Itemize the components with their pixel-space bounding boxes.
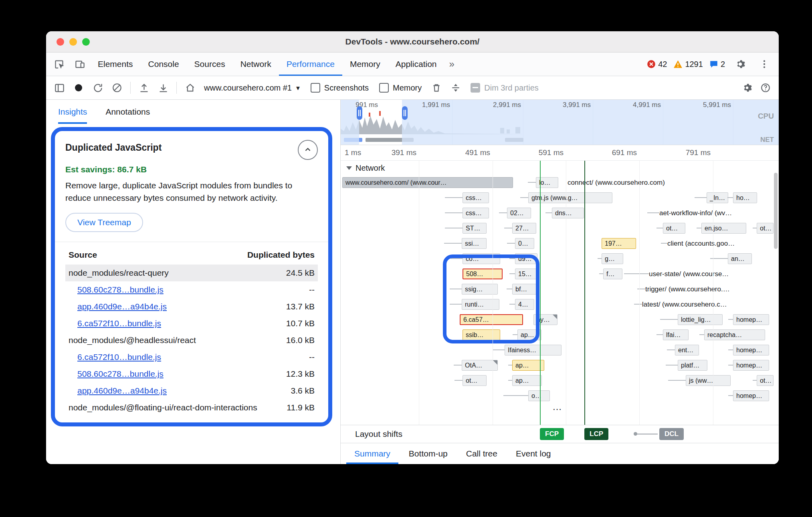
network-request-508[interactable]: 508…	[463, 269, 503, 279]
history-select[interactable]: www.coursehero.com #1 ▼	[200, 83, 305, 93]
more-tabs-button[interactable]: »	[444, 53, 459, 76]
network-request-css[interactable]: css…	[463, 192, 489, 203]
tab-network[interactable]: Network	[233, 53, 279, 76]
duplicated-javascript-card[interactable]: Duplicated JavaScript Est savings: 86.7 …	[55, 131, 328, 422]
network-flamechart[interactable]: Network www.coursehero.com/ (www.cour…lo…	[341, 161, 779, 425]
minimize-window-button[interactable]	[69, 38, 77, 46]
tab-elements[interactable]: Elements	[90, 53, 141, 76]
network-request-www-coursehero-com-www-cour[interactable]: www.coursehero.com/ (www.cour…	[342, 177, 513, 188]
live-metrics-home-icon[interactable]	[181, 79, 199, 97]
network-request-runti[interactable]: runti…	[462, 299, 499, 310]
more-requests-ellipsis[interactable]: …	[552, 401, 563, 412]
network-request-lo[interactable]: lo…	[536, 177, 558, 188]
network-request-ot[interactable]: ot…	[757, 375, 774, 386]
network-request-aet-workflow-info-wv[interactable]: aet-workflow-info/ (wv…	[659, 208, 732, 218]
network-request-connect-www-coursehero-com[interactable]: connect/ (www.coursehero.com)	[568, 177, 665, 188]
collapse-insight-button[interactable]	[298, 140, 318, 160]
table-row[interactable]: 508.60c278…bundle.js--	[65, 281, 318, 298]
source-file-link[interactable]: 508.60c278…bundle.js	[77, 285, 164, 295]
network-request-homep[interactable]: homep…	[733, 345, 769, 355]
network-request-latest-www-coursehero-c[interactable]: latest/ (www.coursehero.c…	[642, 299, 727, 310]
disclosure-triangle-icon[interactable]	[346, 166, 352, 170]
details-tab-summary[interactable]: Summary	[346, 443, 398, 464]
network-request-homep[interactable]: homep…	[733, 360, 769, 371]
save-profile-icon[interactable]	[154, 79, 172, 97]
source-file-link[interactable]: 508.60c278…bundle.js	[77, 369, 164, 379]
table-row[interactable]: node_modules/@floating-ui/react-dom-inte…	[65, 399, 318, 416]
screenshots-checkbox-box[interactable]	[311, 83, 320, 93]
collapse-flame-icon[interactable]	[446, 79, 465, 97]
network-request-ap[interactable]: ap…	[512, 375, 542, 386]
issues-badge[interactable]: 2	[708, 60, 727, 69]
lcp-marker-badge[interactable]: LCP	[584, 428, 608, 440]
help-icon[interactable]	[756, 79, 775, 97]
network-request-197[interactable]: 197…	[602, 238, 636, 249]
network-request-bf[interactable]: bf…	[512, 284, 536, 295]
dim-third-parties-toggle[interactable]: Dim 3rd parties	[466, 83, 543, 93]
network-request-0[interactable]: 0…	[515, 238, 534, 249]
tab-application[interactable]: Application	[388, 53, 444, 76]
timeline-minimap[interactable]: 991 ms1,991 ms2,991 ms3,991 ms4,991 ms5,…	[341, 100, 779, 145]
network-request-lottie-lig[interactable]: lottie_lig…	[678, 314, 723, 325]
network-request-css[interactable]: css…	[463, 208, 489, 218]
network-request-homep[interactable]: homep…	[733, 314, 769, 325]
capture-settings-gear-icon[interactable]	[738, 79, 756, 97]
table-row[interactable]: app.460d9e…a94b4e.js3.6 kB	[65, 382, 318, 399]
inspect-element-icon[interactable]	[48, 53, 69, 76]
network-request-homep[interactable]: homep…	[733, 390, 769, 401]
vertical-scrollbar[interactable]	[774, 173, 778, 249]
network-request-ot[interactable]: ot…	[757, 223, 774, 234]
settings-gear-icon[interactable]	[730, 59, 751, 69]
network-request-ap[interactable]: ap…	[517, 329, 541, 340]
network-request-user-state-www-course[interactable]: user-state/ (www.course…	[649, 269, 729, 279]
fcp-marker-badge[interactable]: FCP	[540, 428, 564, 440]
tab-memory[interactable]: Memory	[342, 53, 388, 76]
memory-checkbox-box[interactable]	[379, 83, 389, 93]
network-request-co[interactable]: co…	[463, 253, 500, 264]
close-window-button[interactable]	[57, 38, 64, 46]
network-request-lfai[interactable]: lfai…	[663, 329, 689, 340]
network-request-15[interactable]: 15…	[515, 269, 539, 279]
network-request-en-jso[interactable]: en.jso…	[701, 223, 746, 234]
table-row[interactable]: node_modules/react-query24.5 kB	[65, 265, 318, 281]
error-badge[interactable]: 42	[645, 60, 669, 69]
record-and-reload-button[interactable]	[89, 79, 107, 97]
table-row[interactable]: 6.ca572f10…bundle.js10.7 kB	[65, 315, 318, 332]
zoom-window-button[interactable]	[82, 38, 90, 46]
device-toolbar-icon[interactable]	[69, 53, 90, 76]
table-row[interactable]: node_modules/@headlessui/react16.0 kB	[65, 332, 318, 349]
network-request-g[interactable]: g…	[602, 253, 623, 264]
network-request-ay[interactable]: ay…	[533, 314, 557, 325]
clear-button[interactable]	[108, 79, 126, 97]
network-request-f[interactable]: f…	[603, 269, 622, 279]
network-request-ifainess[interactable]: Ifainess…	[505, 345, 562, 355]
network-request-ssi[interactable]: ssi…	[462, 238, 487, 249]
screenshots-checkbox[interactable]: Screenshots	[306, 83, 374, 93]
kebab-menu-icon[interactable]	[754, 59, 775, 69]
network-request-d9[interactable]: d9…	[515, 253, 537, 264]
record-button[interactable]	[69, 79, 88, 97]
network-request-ot[interactable]: ot…	[463, 375, 487, 386]
network-request-platf[interactable]: platf…	[678, 360, 707, 371]
tab-console[interactable]: Console	[141, 53, 187, 76]
network-request-o[interactable]: o…	[528, 390, 550, 401]
garbage-collect-icon[interactable]	[427, 79, 446, 97]
minimap-right-handle[interactable]	[402, 106, 408, 120]
network-request-in[interactable]: _In…	[707, 192, 728, 203]
network-request-ent[interactable]: ent…	[675, 345, 699, 355]
network-request-gtm-js-www-g[interactable]: gtm.js (www.g…	[528, 192, 612, 203]
details-tab-call-tree[interactable]: Call tree	[458, 443, 505, 464]
load-profile-icon[interactable]	[135, 79, 153, 97]
minimap-left-handle[interactable]	[357, 106, 362, 120]
network-request-02[interactable]: 02…	[507, 208, 531, 218]
source-file-link[interactable]: 6.ca572f10…bundle.js	[77, 319, 161, 328]
table-row[interactable]: 6.ca572f10…bundle.js--	[65, 349, 318, 366]
network-request-4[interactable]: 4…	[515, 299, 534, 310]
dcl-marker-badge[interactable]: DCL	[659, 428, 684, 440]
sidebar-tab-insights[interactable]: Insights	[58, 100, 87, 124]
dim-third-parties-checkbox-box[interactable]	[471, 83, 480, 93]
network-request-ap[interactable]: ap…	[512, 360, 544, 371]
network-request-27[interactable]: 27…	[512, 223, 536, 234]
network-request-ssib[interactable]: ssib…	[463, 329, 500, 340]
details-tab-event-log[interactable]: Event log	[508, 443, 559, 464]
